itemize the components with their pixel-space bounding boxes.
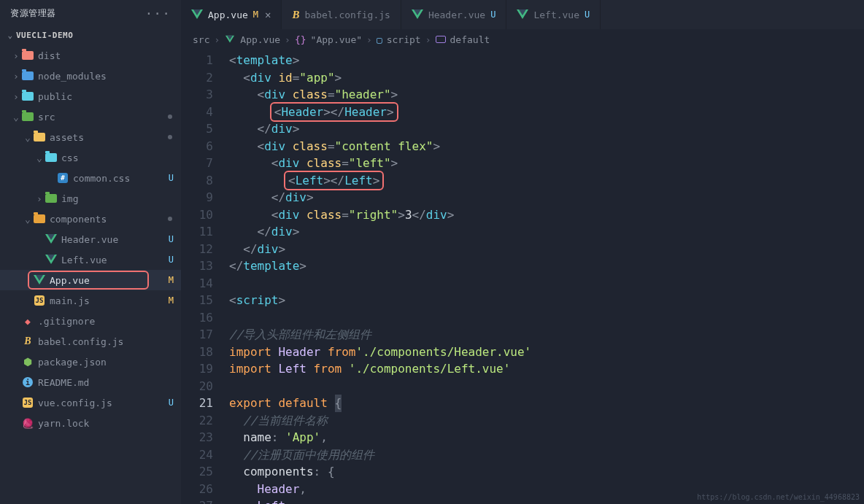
file-left-vue[interactable]: Left.vueU	[0, 249, 181, 270]
file-label: vue.config.js	[38, 398, 166, 408]
tab-label: babel.config.js	[304, 9, 390, 20]
vue-icon	[517, 9, 528, 20]
watermark: https://blog.csdn.net/weixin_44968823	[697, 493, 860, 501]
code-line[interactable]	[229, 275, 864, 292]
tab-babel[interactable]: Bbabel.config.js	[282, 0, 401, 29]
yarn-icon: 🧶	[22, 417, 34, 429]
breadcrumb-item[interactable]: "App.vue"	[311, 34, 362, 45]
folder-css[interactable]: ⌄css	[0, 147, 181, 168]
folder-node-modules[interactable]: ›node_modules	[0, 66, 181, 86]
file-yarnlock[interactable]: 🧶yarn.lock	[0, 413, 181, 433]
folder-img[interactable]: ›img	[0, 188, 181, 209]
file-label: package.json	[38, 357, 174, 368]
code-line[interactable]: </div>	[229, 241, 864, 258]
code-line[interactable]: <div class="right">3</div>	[229, 206, 864, 224]
folder-assets[interactable]: ⌄assets	[0, 127, 181, 147]
folder-icon	[45, 152, 57, 163]
code-line[interactable]: <script>	[229, 292, 864, 309]
breadcrumb-item[interactable]: default	[450, 34, 490, 45]
project-name: VUECLI-DEMO	[16, 31, 73, 40]
vue-icon	[225, 36, 234, 44]
file-readme[interactable]: iREADME.md	[0, 372, 181, 392]
code-line[interactable]	[229, 309, 864, 327]
tab-app-vue[interactable]: App.vueM✕	[181, 0, 282, 29]
file-common-css[interactable]: #common.cssU	[0, 168, 181, 188]
git-icon: ◆	[22, 315, 34, 327]
code-line[interactable]: <template>	[229, 52, 864, 69]
folder-icon	[22, 90, 34, 102]
chevron-icon: ›	[10, 71, 22, 82]
chevron-icon: ⌄	[22, 132, 34, 143]
git-status-badge: U	[169, 255, 174, 265]
code-line[interactable]: <div class="left">	[229, 155, 864, 172]
more-icon[interactable]: ···	[144, 6, 171, 21]
file-tree: ›dist›node_modules›public⌄src⌄assets⌄css…	[0, 44, 181, 504]
tab-header[interactable]: Header.vueU	[401, 0, 507, 29]
file-label: dist	[38, 50, 174, 61]
file-gitignore[interactable]: ◆.gitignore	[0, 311, 181, 331]
breadcrumb-item[interactable]: src	[193, 34, 209, 45]
babel-icon: B	[22, 336, 34, 347]
folder-icon	[22, 50, 34, 61]
file-label: yarn.lock	[38, 418, 174, 429]
tab-status: U	[585, 9, 590, 20]
git-status-badge: U	[169, 234, 174, 244]
script-icon: ▢	[377, 34, 382, 45]
folder-icon	[34, 213, 45, 225]
breadcrumb-item[interactable]: App.vue	[240, 34, 280, 45]
code-line[interactable]: //注册页面中使用的组件	[229, 446, 864, 464]
code-line[interactable]	[229, 378, 864, 395]
braces-icon: {}	[295, 34, 306, 45]
file-header-vue[interactable]: Header.vueU	[0, 229, 181, 249]
file-icon: JS	[22, 397, 34, 408]
code-line[interactable]: <Left></Left>	[229, 172, 864, 190]
file-package[interactable]: ⬢package.json	[0, 352, 181, 372]
code-line[interactable]: </template>	[229, 257, 864, 275]
file-main-js[interactable]: JSmain.jsM	[0, 290, 181, 311]
file-label: css	[61, 152, 174, 163]
breadcrumb-separator: ›	[285, 34, 290, 45]
code-line[interactable]: import Left from './components/Left.vue'	[229, 360, 864, 378]
file-babel[interactable]: Bbabel.config.js	[0, 331, 181, 352]
chevron-down-icon: ⌄	[4, 31, 16, 40]
folder-src[interactable]: ⌄src	[0, 106, 181, 127]
code-line[interactable]: <div class="content flex">	[229, 138, 864, 155]
code-line[interactable]: <div class="header">	[229, 86, 864, 104]
code-line[interactable]: //当前组件名称	[229, 412, 864, 430]
code-line[interactable]: //导入头部组件和左侧组件	[229, 326, 864, 344]
node-icon: ⬢	[22, 356, 34, 368]
sidebar-header: 资源管理器 ···	[0, 0, 181, 26]
close-icon[interactable]: ✕	[265, 9, 271, 20]
code-editor[interactable]: 1234567891011121314151617181920212223242…	[181, 50, 864, 504]
breadcrumb[interactable]: src›App.vue›{}"App.vue"›▢script›default	[181, 29, 864, 50]
file-vueconfig[interactable]: JSvue.config.jsU	[0, 392, 181, 413]
code-line[interactable]: <div id="app">	[229, 69, 864, 87]
project-section[interactable]: ⌄ VUECLI-DEMO	[0, 26, 181, 44]
folder-public[interactable]: ›public	[0, 86, 181, 106]
code-content[interactable]: <template> <div id="app"> <div class="he…	[223, 50, 864, 504]
file-app-vue[interactable]: App.vueM	[0, 270, 181, 290]
code-line[interactable]: import Header from'./components/Header.v…	[229, 344, 864, 361]
default-icon	[436, 36, 446, 43]
code-line[interactable]: <Header></Header>	[229, 104, 864, 121]
chevron-icon: ⌄	[10, 112, 22, 123]
folder-components[interactable]: ⌄components	[0, 209, 181, 229]
code-line[interactable]: </div>	[229, 223, 864, 241]
file-label: common.css	[73, 173, 166, 184]
code-line[interactable]: </div>	[229, 189, 864, 206]
code-line[interactable]: </div>	[229, 120, 864, 138]
code-line[interactable]: components: {	[229, 463, 864, 481]
vue-icon	[45, 254, 57, 265]
file-label: node_modules	[38, 71, 174, 82]
vue-icon	[34, 274, 45, 286]
git-status-badge: M	[169, 275, 174, 285]
tab-left[interactable]: Left.vueU	[506, 0, 601, 29]
code-line[interactable]: export default {	[229, 395, 864, 412]
sidebar: 资源管理器 ··· ⌄ VUECLI-DEMO ›dist›node_modul…	[0, 0, 181, 504]
code-line[interactable]: name: 'App',	[229, 429, 864, 446]
chevron-icon: ⌄	[22, 214, 34, 225]
file-icon: #	[57, 172, 69, 184]
breadcrumb-item[interactable]: script	[387, 34, 421, 45]
folder-dist[interactable]: ›dist	[0, 45, 181, 66]
tab-status: M	[253, 9, 258, 20]
